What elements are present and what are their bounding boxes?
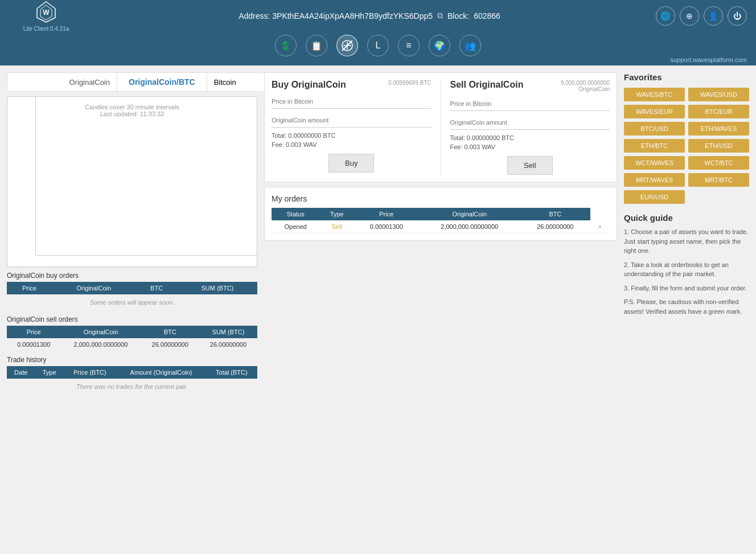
- sell-price-input[interactable]: [450, 97, 610, 111]
- fav-btn-WCT-WAVES[interactable]: WCT/WAVES: [624, 156, 685, 170]
- right-sidebar: Favorites WAVES/BTCWAVES/USDWAVES/EURBTC…: [624, 72, 749, 547]
- support-link[interactable]: support.wavesplatform.com: [671, 56, 747, 63]
- buy-col-price: Price: [7, 282, 52, 294]
- nav-wallet-icon[interactable]: 💲: [275, 35, 297, 56]
- favorites-title: Favorites: [624, 72, 749, 82]
- sell-col-btc: BTC: [141, 326, 199, 338]
- buy-col-sum: SUM (BTC): [178, 282, 257, 294]
- th-col-type: Type: [35, 366, 63, 379]
- address-text: Address: 3PKthEA4A24ipXpAA8Hh7B9ydfzYKS6…: [239, 11, 433, 20]
- buy-fee-value: 0.003 WAV: [286, 141, 317, 148]
- power-icon-btn[interactable]: ⏻: [728, 6, 747, 26]
- sell-button[interactable]: Sell: [507, 156, 553, 175]
- fav-btn-ETH-USD[interactable]: ETH/USD: [688, 139, 749, 153]
- nav-aliases-icon[interactable]: 👥: [459, 35, 481, 56]
- my-order-type: Sell: [319, 220, 354, 233]
- waves-logo: W: [34, 0, 59, 24]
- chart-y-axis: [7, 97, 36, 255]
- network-icon-btn[interactable]: ⊕: [680, 6, 699, 26]
- chart-area: Candles cover 30 minute intervals Last u…: [7, 96, 257, 267]
- buy-total: Total: 0.00000000 BTC: [272, 132, 432, 139]
- sell-order-row: 0.000013002,000,000.000000026.0000000026…: [7, 338, 257, 351]
- nav-community-icon[interactable]: 🌍: [429, 35, 450, 56]
- fav-btn-ETH-WAVES[interactable]: ETH/WAVES: [688, 122, 749, 136]
- pair-selector: OriginalCoin/BTC: [7, 72, 257, 92]
- svg-text:W: W: [43, 9, 50, 17]
- sell-order-cell-0: 0.00001300: [7, 338, 60, 351]
- buy-price-input[interactable]: [272, 95, 432, 109]
- logo-area: W Lite Client 0.4.31a: [9, 0, 83, 32]
- address-block: Address: 3PKthEA4A24ipXpAA8Hh7B9ydfzYKS6…: [239, 11, 500, 20]
- fav-btn-WCT-BTC[interactable]: WCT/BTC: [688, 156, 749, 170]
- globe-icon-btn[interactable]: 🌐: [656, 6, 675, 26]
- nav-bar: 💲 📋 L ≡ 🌍 👥: [275, 31, 481, 60]
- th-col-amount: Amount (OriginalCoin): [116, 366, 206, 379]
- buy-amount-input[interactable]: [272, 113, 432, 128]
- sell-form-balance: 9,000,000.0000000 OriginalCoin: [561, 80, 610, 92]
- sell-total-label: Total:: [450, 134, 465, 141]
- fav-btn-MRT-WAVES[interactable]: MRT/WAVES: [624, 173, 685, 187]
- left-panel: OriginalCoin/BTC Candles cover 30 minute…: [7, 72, 257, 547]
- chart-x-axis: [36, 255, 257, 266]
- my-order-cancel-btn[interactable]: ×: [590, 220, 610, 233]
- sell-total: Total: 0.00000000 BTC: [450, 134, 610, 141]
- chart-note-line1: Candles cover 30 minute intervals: [85, 104, 179, 110]
- trade-history-title: Trade history: [7, 356, 257, 364]
- sell-balance-line1: 9,000,000.0000000: [561, 80, 610, 86]
- sell-orders-table: Price OriginalCoin BTC SUM (BTC) 0.00001…: [7, 326, 257, 351]
- fav-btn-BTC-EUR[interactable]: BTC/EUR: [688, 105, 749, 118]
- my-order-row: OpenedSell0.000013002,000,000.0000000026…: [272, 220, 610, 233]
- quick-guide-title: Quick guide: [624, 213, 749, 223]
- buy-orders-section: OriginalCoin buy orders Price OriginalCo…: [7, 272, 257, 311]
- copy-icon[interactable]: ⧉: [437, 11, 443, 20]
- sell-amount-input[interactable]: [450, 116, 610, 130]
- my-order-coin-amount: 2,000,000.00000000: [418, 220, 520, 233]
- my-orders-table: Status Type Price OriginalCoin BTC Opene…: [272, 208, 610, 233]
- fav-btn-WAVES-EUR[interactable]: WAVES/EUR: [624, 105, 685, 118]
- buy-form-balance: 0.00999689 BTC: [388, 80, 432, 86]
- nav-history-icon[interactable]: ≡: [398, 35, 420, 56]
- mo-col-status: Status: [272, 208, 319, 220]
- sell-form-header: Sell OriginalCoin 9,000,000.0000000 Orig…: [450, 80, 610, 92]
- sell-form-title: Sell OriginalCoin: [450, 80, 524, 90]
- quick-guide-step: P.S. Please, be cautious with non-verifi…: [624, 297, 749, 316]
- chart-note: Candles cover 30 minute intervals Last u…: [85, 104, 179, 117]
- fav-btn-WAVES-USD[interactable]: WAVES/USD: [688, 88, 749, 101]
- buy-col-btc: BTC: [136, 282, 178, 294]
- main-content: OriginalCoin/BTC Candles cover 30 minute…: [0, 65, 756, 554]
- exchange-icon-svg: [342, 40, 353, 51]
- block-number: 602866: [474, 11, 500, 20]
- form-divider: [441, 80, 441, 175]
- buy-total-value: 0.00000000 BTC: [288, 132, 335, 139]
- nav-leasing-icon[interactable]: L: [367, 35, 389, 56]
- buy-form: Buy OriginalCoin 0.00999689 BTC Total: 0…: [272, 80, 432, 175]
- buy-col-coin: OriginalCoin: [52, 282, 135, 294]
- trade-history-table: Date Type Price (BTC) Amount (OriginalCo…: [7, 366, 257, 395]
- buy-form-title: Buy OriginalCoin: [272, 80, 346, 90]
- nav-portfolio-icon[interactable]: 📋: [306, 35, 327, 56]
- user-icon-btn[interactable]: 👤: [704, 6, 723, 26]
- fav-btn-ETH-BTC[interactable]: ETH/BTC: [624, 139, 685, 153]
- buy-fee: Fee: 0.003 WAV: [272, 141, 432, 148]
- fav-btn-MRT-BTC[interactable]: MRT/BTC: [688, 173, 749, 187]
- nav-exchange-icon[interactable]: [336, 35, 358, 56]
- favorites-grid: WAVES/BTCWAVES/USDWAVES/EURBTC/EURBTC/US…: [624, 88, 749, 204]
- base-asset-input[interactable]: [7, 73, 117, 91]
- trade-history-empty-row: There was no trades for the current pair…: [7, 379, 257, 395]
- quick-guide-step: 2. Take a look at orderbooks to get an u…: [624, 260, 749, 279]
- sell-order-cell-3: 26.00000000: [199, 338, 257, 351]
- pair-label: OriginalCoin/BTC: [117, 73, 207, 91]
- buy-total-label: Total:: [272, 132, 286, 139]
- header-top: W Lite Client 0.4.31a Address: 3PKthEA4A…: [9, 0, 747, 31]
- header-right-icons: 🌐 ⊕ 👤 ⏻: [656, 6, 747, 26]
- fav-btn-WAVES-BTC[interactable]: WAVES/BTC: [624, 88, 685, 101]
- my-order-price: 0.00001300: [354, 220, 418, 233]
- buy-orders-table: Price OriginalCoin BTC SUM (BTC) Some or…: [7, 282, 257, 311]
- sell-balance-line2: OriginalCoin: [561, 86, 610, 92]
- mo-col-coin: OriginalCoin: [418, 208, 520, 220]
- sell-order-cell-2: 26.00000000: [141, 338, 199, 351]
- buy-button[interactable]: Buy: [328, 154, 374, 173]
- fav-btn-EUR-USD[interactable]: EUR/USD: [624, 190, 685, 204]
- fav-btn-BTC-USD[interactable]: BTC/USD: [624, 122, 685, 136]
- sell-col-price: Price: [7, 326, 60, 338]
